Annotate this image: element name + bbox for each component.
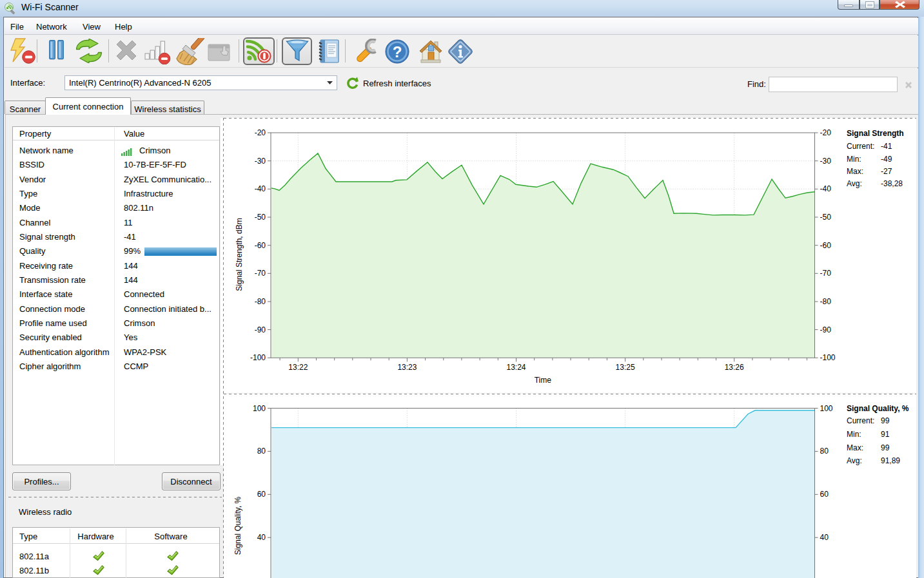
svg-text:Current:: Current: <box>847 142 874 151</box>
svg-text:-27: -27 <box>881 167 892 176</box>
svg-text:60: 60 <box>820 490 829 499</box>
svg-text:13:22: 13:22 <box>288 363 308 372</box>
svg-text:13:24: 13:24 <box>506 363 526 372</box>
svg-text:-41: -41 <box>881 142 892 151</box>
svg-text:?: ? <box>393 43 402 61</box>
svg-text:80: 80 <box>820 447 829 456</box>
svg-text:-100: -100 <box>250 353 266 362</box>
svg-text:Max:: Max: <box>847 443 863 452</box>
svg-text:-20: -20 <box>820 128 832 137</box>
svg-text:-30: -30 <box>820 157 832 166</box>
svg-text:-70: -70 <box>820 269 832 278</box>
svg-text:-100: -100 <box>820 353 836 362</box>
svg-text:-90: -90 <box>820 325 832 334</box>
svg-text:-40: -40 <box>820 184 832 193</box>
svg-text:-60: -60 <box>255 241 266 250</box>
svg-text:Signal Strength: Signal Strength <box>847 129 904 138</box>
svg-text:-80: -80 <box>820 297 832 306</box>
svg-text:100: 100 <box>253 404 266 413</box>
svg-text:40: 40 <box>820 533 829 542</box>
svg-text:40: 40 <box>257 533 266 542</box>
svg-text:60: 60 <box>257 490 266 499</box>
svg-text:-50: -50 <box>255 213 266 222</box>
svg-text:Avg:: Avg: <box>847 179 862 188</box>
svg-text:Max:: Max: <box>847 167 863 176</box>
svg-text:-40: -40 <box>255 184 266 193</box>
svg-text:-38,28: -38,28 <box>881 179 903 188</box>
svg-text:13:26: 13:26 <box>725 363 744 372</box>
svg-text:-50: -50 <box>820 213 832 222</box>
svg-text:Signal Strength, dBm: Signal Strength, dBm <box>235 218 244 291</box>
svg-text:Signal Quality, %: Signal Quality, % <box>233 496 242 555</box>
svg-text:91: 91 <box>881 430 890 439</box>
svg-text:-90: -90 <box>255 325 266 334</box>
svg-text:-20: -20 <box>255 128 266 137</box>
svg-text:80: 80 <box>257 447 266 456</box>
svg-text:Signal Quality, %: Signal Quality, % <box>847 404 909 413</box>
svg-text:-70: -70 <box>255 269 266 278</box>
svg-text:100: 100 <box>820 404 833 413</box>
svg-text:-30: -30 <box>255 157 266 166</box>
svg-text:Current:: Current: <box>847 416 874 425</box>
svg-text:99: 99 <box>881 416 890 425</box>
svg-text:-80: -80 <box>255 297 266 306</box>
svg-text:Min:: Min: <box>847 155 861 164</box>
svg-text:13:23: 13:23 <box>397 363 417 372</box>
svg-text:-60: -60 <box>820 241 832 250</box>
svg-text:Avg:: Avg: <box>847 456 862 465</box>
svg-text:-49: -49 <box>881 155 892 164</box>
svg-text:Time: Time <box>535 376 552 385</box>
svg-text:91,89: 91,89 <box>881 456 900 465</box>
svg-text:99: 99 <box>881 443 890 452</box>
svg-text:Min:: Min: <box>847 430 861 439</box>
svg-text:13:25: 13:25 <box>616 363 635 372</box>
